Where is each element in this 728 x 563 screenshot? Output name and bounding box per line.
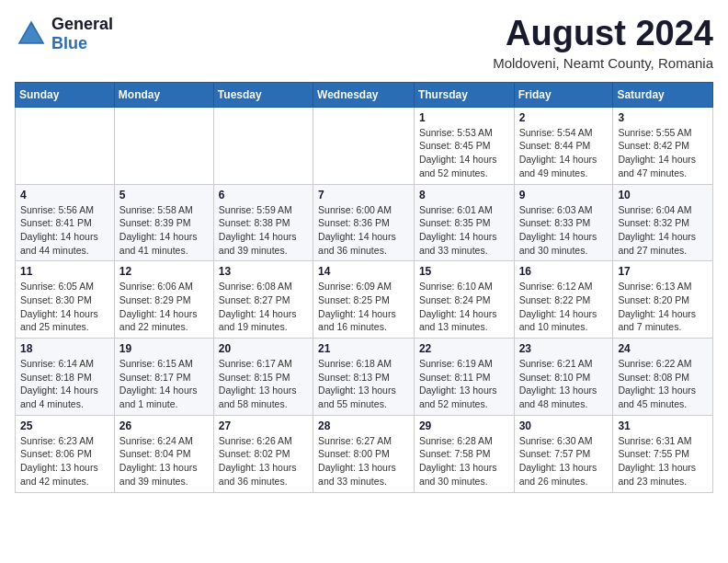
calendar-cell: 19Sunrise: 6:15 AM Sunset: 8:17 PM Dayli… <box>114 339 213 416</box>
day-number: 3 <box>618 111 708 124</box>
calendar-table: SundayMondayTuesdayWednesdayThursdayFrid… <box>15 82 713 493</box>
day-info: Sunrise: 5:53 AM Sunset: 8:45 PM Dayligh… <box>419 126 509 180</box>
day-info: Sunrise: 6:17 AM Sunset: 8:15 PM Dayligh… <box>219 357 308 411</box>
day-number: 7 <box>318 189 409 201</box>
month-year: August 2024 <box>493 15 713 53</box>
calendar-cell: 5Sunrise: 5:58 AM Sunset: 8:39 PM Daylig… <box>114 184 213 261</box>
day-info: Sunrise: 6:21 AM Sunset: 8:10 PM Dayligh… <box>519 357 609 411</box>
day-number: 15 <box>419 265 509 278</box>
calendar-cell: 6Sunrise: 5:59 AM Sunset: 8:38 PM Daylig… <box>213 184 313 261</box>
page-header: General Blue August 2024 Moldoveni, Neam… <box>15 15 713 71</box>
calendar-day-header: Sunday <box>16 82 115 107</box>
day-number: 28 <box>318 419 409 432</box>
day-number: 31 <box>618 419 708 432</box>
day-number: 10 <box>618 189 708 201</box>
day-info: Sunrise: 5:54 AM Sunset: 8:44 PM Dayligh… <box>519 126 609 180</box>
calendar-cell: 22Sunrise: 6:19 AM Sunset: 8:11 PM Dayli… <box>414 339 514 416</box>
calendar-cell: 10Sunrise: 6:04 AM Sunset: 8:32 PM Dayli… <box>613 184 713 261</box>
day-info: Sunrise: 5:55 AM Sunset: 8:42 PM Dayligh… <box>618 126 708 180</box>
calendar-cell: 23Sunrise: 6:21 AM Sunset: 8:10 PM Dayli… <box>514 339 613 416</box>
day-number: 29 <box>419 419 509 432</box>
calendar-cell: 12Sunrise: 6:06 AM Sunset: 8:29 PM Dayli… <box>114 261 213 339</box>
day-info: Sunrise: 6:06 AM Sunset: 8:29 PM Dayligh… <box>119 280 209 334</box>
calendar-cell: 14Sunrise: 6:09 AM Sunset: 8:25 PM Dayli… <box>313 261 415 339</box>
day-info: Sunrise: 6:22 AM Sunset: 8:08 PM Dayligh… <box>618 357 708 411</box>
day-info: Sunrise: 6:12 AM Sunset: 8:22 PM Dayligh… <box>519 280 609 334</box>
day-info: Sunrise: 5:56 AM Sunset: 8:41 PM Dayligh… <box>20 203 109 258</box>
day-info: Sunrise: 6:28 AM Sunset: 7:58 PM Dayligh… <box>419 434 509 488</box>
calendar-cell: 28Sunrise: 6:27 AM Sunset: 8:00 PM Dayli… <box>313 415 415 492</box>
calendar-cell: 11Sunrise: 6:05 AM Sunset: 8:30 PM Dayli… <box>16 261 115 339</box>
calendar-day-header: Tuesday <box>213 82 313 107</box>
day-info: Sunrise: 6:05 AM Sunset: 8:30 PM Dayligh… <box>20 280 109 334</box>
day-info: Sunrise: 5:58 AM Sunset: 8:39 PM Dayligh… <box>119 203 209 258</box>
calendar-cell: 25Sunrise: 6:23 AM Sunset: 8:06 PM Dayli… <box>16 415 115 492</box>
logo-icon <box>15 17 48 51</box>
calendar-day-header: Thursday <box>414 82 514 107</box>
day-number: 2 <box>519 111 609 124</box>
day-info: Sunrise: 6:14 AM Sunset: 8:18 PM Dayligh… <box>20 357 109 411</box>
day-number: 25 <box>20 419 109 432</box>
calendar-cell: 20Sunrise: 6:17 AM Sunset: 8:15 PM Dayli… <box>213 339 313 416</box>
day-number: 12 <box>119 265 209 278</box>
day-number: 20 <box>219 342 308 355</box>
day-number: 5 <box>119 189 209 201</box>
calendar-cell: 29Sunrise: 6:28 AM Sunset: 7:58 PM Dayli… <box>414 415 514 492</box>
calendar-cell: 30Sunrise: 6:30 AM Sunset: 7:57 PM Dayli… <box>514 415 613 492</box>
calendar-cell: 31Sunrise: 6:31 AM Sunset: 7:55 PM Dayli… <box>613 415 713 492</box>
calendar-cell: 8Sunrise: 6:01 AM Sunset: 8:35 PM Daylig… <box>414 184 514 261</box>
day-number: 21 <box>318 342 409 355</box>
calendar-cell <box>16 107 115 184</box>
calendar-cell: 16Sunrise: 6:12 AM Sunset: 8:22 PM Dayli… <box>514 261 613 339</box>
day-number: 23 <box>519 342 609 355</box>
day-number: 4 <box>20 189 109 201</box>
title-block: August 2024 Moldoveni, Neamt County, Rom… <box>493 15 713 71</box>
calendar-cell: 13Sunrise: 6:08 AM Sunset: 8:27 PM Dayli… <box>213 261 313 339</box>
day-info: Sunrise: 6:19 AM Sunset: 8:11 PM Dayligh… <box>419 357 509 411</box>
day-number: 24 <box>618 342 708 355</box>
calendar-cell: 17Sunrise: 6:13 AM Sunset: 8:20 PM Dayli… <box>613 261 713 339</box>
day-number: 30 <box>519 419 609 432</box>
day-number: 16 <box>519 265 609 278</box>
day-number: 13 <box>219 265 308 278</box>
day-info: Sunrise: 6:13 AM Sunset: 8:20 PM Dayligh… <box>618 280 708 334</box>
calendar-day-header: Wednesday <box>313 82 415 107</box>
day-number: 11 <box>20 265 109 278</box>
day-info: Sunrise: 6:31 AM Sunset: 7:55 PM Dayligh… <box>618 434 708 488</box>
day-number: 6 <box>219 189 308 201</box>
day-number: 26 <box>119 419 209 432</box>
day-number: 17 <box>618 265 708 278</box>
day-number: 22 <box>419 342 509 355</box>
calendar-cell <box>213 107 313 184</box>
logo-text: General Blue <box>51 15 113 53</box>
day-number: 14 <box>318 265 409 278</box>
calendar-cell: 15Sunrise: 6:10 AM Sunset: 8:24 PM Dayli… <box>414 261 514 339</box>
day-info: Sunrise: 6:27 AM Sunset: 8:00 PM Dayligh… <box>318 434 409 488</box>
day-info: Sunrise: 5:59 AM Sunset: 8:38 PM Dayligh… <box>219 203 308 258</box>
day-number: 8 <box>419 189 509 201</box>
location: Moldoveni, Neamt County, Romania <box>493 55 713 71</box>
day-info: Sunrise: 6:03 AM Sunset: 8:33 PM Dayligh… <box>519 203 609 258</box>
day-info: Sunrise: 6:04 AM Sunset: 8:32 PM Dayligh… <box>618 203 708 258</box>
day-info: Sunrise: 6:23 AM Sunset: 8:06 PM Dayligh… <box>20 434 109 488</box>
day-number: 18 <box>20 342 109 355</box>
calendar-cell: 9Sunrise: 6:03 AM Sunset: 8:33 PM Daylig… <box>514 184 613 261</box>
day-number: 19 <box>119 342 209 355</box>
day-info: Sunrise: 6:30 AM Sunset: 7:57 PM Dayligh… <box>519 434 609 488</box>
day-info: Sunrise: 6:10 AM Sunset: 8:24 PM Dayligh… <box>419 280 509 334</box>
day-number: 9 <box>519 189 609 201</box>
day-number: 1 <box>419 111 509 124</box>
logo-general: General <box>51 15 113 34</box>
day-info: Sunrise: 6:01 AM Sunset: 8:35 PM Dayligh… <box>419 203 509 258</box>
calendar-cell <box>114 107 213 184</box>
day-info: Sunrise: 6:15 AM Sunset: 8:17 PM Dayligh… <box>119 357 209 411</box>
svg-marker-1 <box>20 24 41 42</box>
calendar-cell: 2Sunrise: 5:54 AM Sunset: 8:44 PM Daylig… <box>514 107 613 184</box>
calendar-cell: 18Sunrise: 6:14 AM Sunset: 8:18 PM Dayli… <box>16 339 115 416</box>
calendar-cell: 21Sunrise: 6:18 AM Sunset: 8:13 PM Dayli… <box>313 339 415 416</box>
logo-blue: Blue <box>51 34 113 53</box>
calendar-cell <box>313 107 415 184</box>
day-info: Sunrise: 6:08 AM Sunset: 8:27 PM Dayligh… <box>219 280 308 334</box>
logo: General Blue <box>15 15 113 53</box>
day-info: Sunrise: 6:00 AM Sunset: 8:36 PM Dayligh… <box>318 203 409 258</box>
